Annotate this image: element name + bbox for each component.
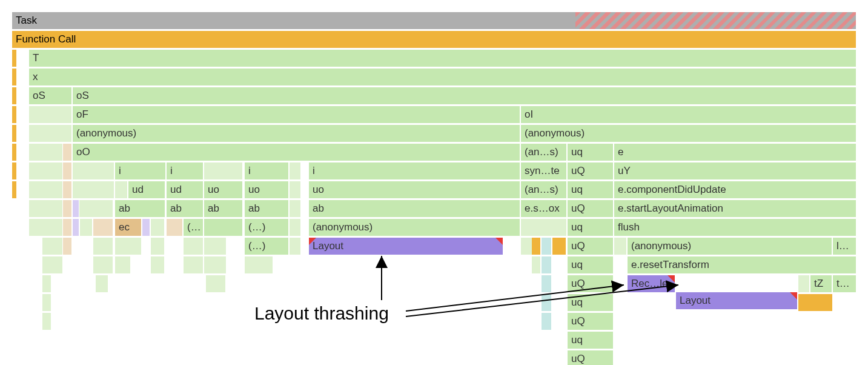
frame-ab2[interactable]: ab	[167, 200, 203, 217]
frame-label: (anonymous)	[631, 240, 691, 252]
frame-label: uq	[571, 184, 583, 196]
frame-ab3[interactable]: ab	[204, 200, 242, 217]
frame-uq[interactable]: uq	[568, 332, 613, 349]
frame-esox[interactable]: e.s…ox	[521, 200, 566, 217]
frame-esla[interactable]: e.startLayoutAnimation	[614, 200, 856, 217]
frame-oS2[interactable]: oS	[73, 87, 856, 104]
frame-uQ[interactable]: uQ	[568, 162, 613, 179]
frame-uQ[interactable]: uQ	[568, 200, 613, 217]
frame-cyan	[542, 256, 551, 273]
sliver	[12, 144, 16, 161]
frame-tdots[interactable]: t…	[833, 275, 856, 292]
frame-flush[interactable]: flush	[614, 219, 856, 236]
flame-row-5: oF oI	[12, 106, 856, 124]
frame-blank	[29, 181, 62, 198]
frame-purple-s	[73, 219, 79, 236]
frame-blank	[614, 238, 626, 255]
frame-uQ[interactable]: uQ	[568, 238, 613, 255]
frame-i3[interactable]: i	[245, 162, 288, 179]
frame-blank	[42, 238, 62, 255]
frame-label: uq	[571, 296, 583, 309]
frame-x[interactable]: x	[29, 69, 856, 85]
frame-blank	[290, 200, 300, 217]
sliver	[12, 69, 16, 85]
frame-uQ[interactable]: uQ	[568, 275, 613, 292]
frame-label: (anonymous)	[313, 221, 373, 233]
frame-ab4[interactable]: ab	[245, 200, 288, 217]
frame-label: l…	[837, 240, 849, 252]
flame-row-15: uq	[12, 294, 856, 312]
frame-tZ[interactable]: tZ	[810, 275, 832, 292]
frame-uo2[interactable]: uo	[245, 181, 288, 198]
frame-oS1[interactable]: oS	[29, 87, 71, 104]
frame-tan	[167, 219, 182, 236]
frame-ud1[interactable]: ud	[128, 181, 165, 198]
frame-label: (an…s)	[525, 184, 558, 196]
annotation-text: Layout thrashing	[254, 303, 389, 323]
frame-i2[interactable]: i	[167, 162, 203, 179]
frame-uo1[interactable]: uo	[204, 181, 242, 198]
frame-label: e.componentDidUpdate	[618, 184, 726, 196]
frame-blank	[42, 256, 62, 273]
flame-row-12: (…) Layout uQ (anonymous) l…	[12, 238, 856, 256]
frame-el2[interactable]: (…)	[245, 219, 288, 236]
frame-blank	[521, 238, 532, 255]
frame-i4[interactable]: i	[309, 162, 520, 179]
frame-el[interactable]: (…)	[245, 238, 288, 255]
frame-uq[interactable]: uq	[568, 219, 613, 236]
frame-syn[interactable]: syn…te	[521, 162, 566, 179]
frame-uQ[interactable]: uQ	[568, 350, 613, 365]
frame-oO[interactable]: oO	[73, 144, 520, 161]
task-hatch-region	[575, 12, 856, 29]
frame-recalc[interactable]: Rec…le	[628, 275, 675, 292]
frame-ecdu[interactable]: e.componentDidUpdate	[614, 181, 856, 198]
frame-ab1[interactable]: ab	[115, 200, 165, 217]
flame-row-8: i i i i syn…te uQ uY	[12, 162, 856, 181]
frame-ans[interactable]: (an…s)	[521, 144, 566, 161]
frame-ud2[interactable]: ud	[167, 181, 203, 198]
frame-oF[interactable]: oF	[73, 106, 520, 123]
frame-anon1[interactable]: (anonymous)	[73, 125, 520, 142]
function-call-bar[interactable]: Function Call	[12, 31, 856, 48]
frame-uo3[interactable]: uo	[309, 181, 520, 198]
frame-layout-1[interactable]: Layout	[309, 238, 503, 255]
frame-uq[interactable]: uq	[568, 294, 613, 311]
frame-blank	[290, 181, 300, 198]
frame-ab5[interactable]: ab	[309, 200, 520, 217]
frame-cyan	[542, 275, 551, 292]
frame-anon2[interactable]: (anonymous)	[521, 125, 856, 142]
frame-ert[interactable]: e.resetTransform	[628, 256, 856, 273]
frame-blank	[93, 238, 113, 255]
frame-label: (anonymous)	[525, 127, 585, 139]
frame-blank	[204, 219, 242, 236]
frame-e[interactable]: e	[614, 144, 856, 161]
flame-chart[interactable]: Task Function Call T x oS oS	[12, 12, 856, 365]
frame-oI[interactable]: oI	[521, 106, 856, 123]
frame-label: syn…te	[525, 165, 560, 177]
frame-el1[interactable]: (…	[184, 219, 203, 236]
frame-uq[interactable]: uq	[568, 144, 613, 161]
frame-label: e.resetTransform	[631, 259, 709, 271]
frame-label: (anonymous)	[76, 127, 136, 139]
frame-label: oI	[525, 109, 533, 121]
frame-uq[interactable]: uq	[568, 181, 613, 198]
frame-label: uq	[571, 334, 583, 346]
frame-ans[interactable]: (an…s)	[521, 181, 566, 198]
frame-uQ[interactable]: uQ	[568, 313, 613, 330]
flame-row-4: oS oS	[12, 87, 856, 105]
frame-uY[interactable]: uY	[614, 162, 856, 179]
frame-ldots[interactable]: l…	[833, 238, 856, 255]
frame-T[interactable]: T	[29, 50, 856, 67]
flame-row-6: (anonymous) (anonymous)	[12, 125, 856, 143]
frame-anon[interactable]: (anonymous)	[309, 219, 520, 236]
frame-tan	[93, 219, 113, 236]
frame-blank	[115, 256, 130, 273]
frame-label: ec	[119, 221, 130, 233]
frame-ec[interactable]: ec	[115, 219, 141, 236]
frame-blank	[115, 238, 141, 255]
frame-i1[interactable]: i	[115, 162, 165, 179]
frame-uq[interactable]: uq	[568, 256, 613, 273]
frame-anon2[interactable]: (anonymous)	[628, 238, 832, 255]
flame-row-1: Function Call	[12, 31, 856, 49]
frame-blank	[532, 256, 540, 273]
